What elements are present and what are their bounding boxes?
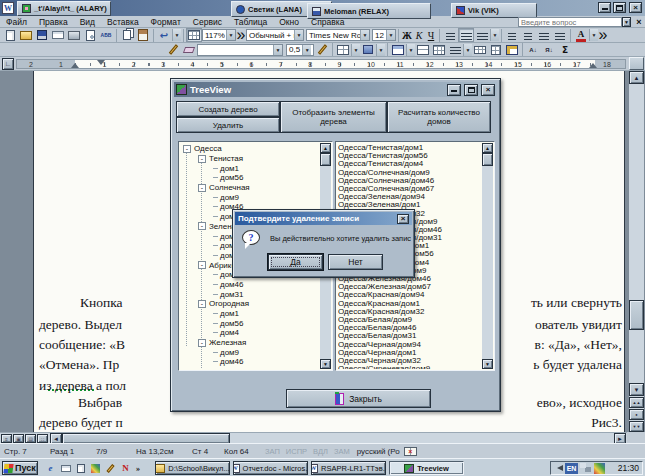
draw-table-button[interactable]: [165, 43, 181, 57]
line-weight-combo[interactable]: 0,5 ▼: [286, 44, 314, 56]
borders-dropdown[interactable]: ▼: [351, 44, 360, 56]
tree-item[interactable]: -Солнечная: [181, 183, 319, 193]
vertical-scroll-thumb[interactable]: [629, 300, 644, 330]
scroll-down-button[interactable]: ▼: [629, 383, 644, 396]
tree-item[interactable]: дом31: [181, 289, 319, 299]
volume-icon[interactable]: [554, 465, 563, 471]
close-treeview-button[interactable]: Закрыть: [286, 389, 431, 408]
start-button[interactable]: Пуск: [2, 461, 38, 475]
font-combo[interactable]: Times New Roman ▼: [306, 29, 370, 41]
split-cells-button[interactable]: [431, 43, 447, 57]
browse-select-button[interactable]: ●: [629, 409, 644, 420]
no-button[interactable]: Нет: [328, 254, 383, 270]
normal-view-button[interactable]: ≡: [1, 434, 12, 443]
tree-item[interactable]: дом9: [181, 192, 319, 202]
scroll-up-button[interactable]: ▲: [320, 143, 331, 153]
copy-button[interactable]: [119, 28, 135, 42]
numbered-list-button[interactable]: [504, 28, 520, 42]
desktop-shortcut-icon[interactable]: [74, 462, 87, 475]
expand-collapse-icon[interactable]: -: [198, 155, 206, 163]
tables-borders-toggle-button[interactable]: [186, 28, 202, 42]
spelling-button[interactable]: АБВ: [98, 28, 114, 42]
font-color-dropdown[interactable]: ▼: [589, 29, 598, 41]
task-button[interactable]: D:\School\Викул...: [155, 461, 230, 475]
treeview-minimize-button[interactable]: [447, 84, 461, 96]
chat-window-alary[interactable]: _t'/Alay/\*t_ (ALARY): [17, 1, 111, 16]
tree-item[interactable]: -Тенистая: [181, 154, 319, 164]
horizontal-scrollbar[interactable]: ≡ ▣ ▤ ∷ ◄ ►: [0, 432, 627, 443]
create-tree-button[interactable]: Создать дерево: [176, 101, 280, 117]
sort-descending-button[interactable]: Я↓: [541, 43, 557, 57]
print-view-button[interactable]: ▤: [25, 434, 36, 443]
tree-item[interactable]: дом67: [181, 367, 319, 369]
tree-item[interactable]: -Железная: [181, 338, 319, 348]
scroll-up-button[interactable]: ▲: [629, 71, 644, 84]
cell-align-button[interactable]: [447, 43, 463, 57]
underline-button[interactable]: Ч: [425, 28, 437, 42]
borders-button[interactable]: [335, 43, 351, 57]
browse-next-button[interactable]: ▼▼: [629, 421, 644, 432]
sort-ascending-button[interactable]: А↓: [525, 43, 541, 57]
bullet-list-button[interactable]: [520, 28, 536, 42]
left-indent-marker[interactable]: [71, 63, 79, 68]
browse-previous-button[interactable]: ▲▲: [629, 397, 644, 408]
font-size-combo[interactable]: 12 ▼: [372, 29, 396, 41]
chevron-down-icon[interactable]: ▼: [226, 30, 235, 40]
tree-item[interactable]: дом1: [181, 309, 319, 319]
tree-item[interactable]: дом9: [181, 347, 319, 357]
cell-align-dropdown[interactable]: ▼: [463, 44, 472, 56]
menu-item[interactable]: Вставка: [101, 17, 145, 27]
pencil-shortcut-icon[interactable]: [104, 462, 117, 475]
treeview-titlebar[interactable]: TreeView ×: [174, 82, 497, 97]
menu-item[interactable]: Правка: [33, 17, 74, 27]
show-tree-elements-button[interactable]: Отобразить элементы дерева: [280, 101, 387, 133]
formatting-more-button[interactable]: »: [598, 28, 608, 42]
save-button[interactable]: [34, 28, 50, 42]
tree-item[interactable]: дом46: [181, 357, 319, 367]
treeview-maximize-button[interactable]: [464, 84, 478, 96]
treeview-close-button[interactable]: ×: [481, 84, 495, 96]
tree-item[interactable]: дом4: [181, 328, 319, 338]
line-style-combo[interactable]: ▼: [197, 44, 283, 56]
ie-icon[interactable]: e: [44, 462, 57, 475]
path-item[interactable]: Одесса/Сиреневая/дом9: [338, 365, 481, 369]
delete-button[interactable]: Удалить: [176, 117, 280, 133]
line-spacing-dropdown[interactable]: ▼: [490, 29, 499, 41]
task-button[interactable]: WОтчет.doc - Micros...: [233, 461, 308, 475]
spelling-status-icon[interactable]: ×: [404, 447, 417, 456]
scroll-thumb[interactable]: [482, 153, 493, 166]
ruler-corner-button[interactable]: [629, 57, 644, 70]
expand-collapse-icon[interactable]: -: [198, 261, 206, 269]
distribute-columns-button[interactable]: [488, 43, 504, 57]
outline-view-button[interactable]: ∷: [37, 434, 48, 443]
chevron-down-icon[interactable]: ▼: [273, 45, 282, 55]
decrease-indent-button[interactable]: [536, 28, 552, 42]
tree-item[interactable]: дом56: [181, 318, 319, 328]
mail-shortcut-icon[interactable]: [59, 462, 72, 475]
confirm-close-button[interactable]: ×: [397, 214, 409, 224]
horizontal-ruler[interactable]: 21123456789101112131415161718: [16, 59, 626, 69]
chevron-down-icon[interactable]: ▼: [386, 30, 395, 40]
maximize-button[interactable]: [613, 2, 626, 13]
menu-item[interactable]: Окно: [273, 17, 305, 27]
menu-item[interactable]: Сервис: [187, 17, 228, 27]
language-indicator[interactable]: EN: [565, 463, 578, 474]
paths-scrollbar[interactable]: ▲ ▼: [482, 143, 493, 369]
vertical-scrollbar[interactable]: ▲ ▼ ▲▲ ● ▼▼: [629, 71, 644, 432]
expand-collapse-icon[interactable]: -: [198, 339, 206, 347]
bold-button[interactable]: Ж: [401, 28, 413, 42]
align-justify-button[interactable]: [458, 28, 474, 42]
tree-item[interactable]: дом1: [181, 163, 319, 173]
first-line-indent-marker[interactable]: [97, 60, 105, 65]
expand-collapse-icon[interactable]: -: [198, 300, 206, 308]
style-combo[interactable]: Обычный + по ц ▼: [246, 29, 304, 41]
shading-dropdown[interactable]: ▼: [376, 44, 385, 56]
yes-button[interactable]: Да: [268, 254, 323, 270]
paste-button[interactable]: [135, 28, 151, 42]
expand-collapse-icon[interactable]: -: [183, 145, 191, 153]
insert-table-button[interactable]: [390, 43, 406, 57]
open-button[interactable]: [18, 28, 34, 42]
tree-item[interactable]: дом46: [181, 280, 319, 290]
scroll-thumb[interactable]: [320, 153, 331, 166]
confirm-titlebar[interactable]: Подтвердите удаление записи ×: [235, 212, 412, 225]
